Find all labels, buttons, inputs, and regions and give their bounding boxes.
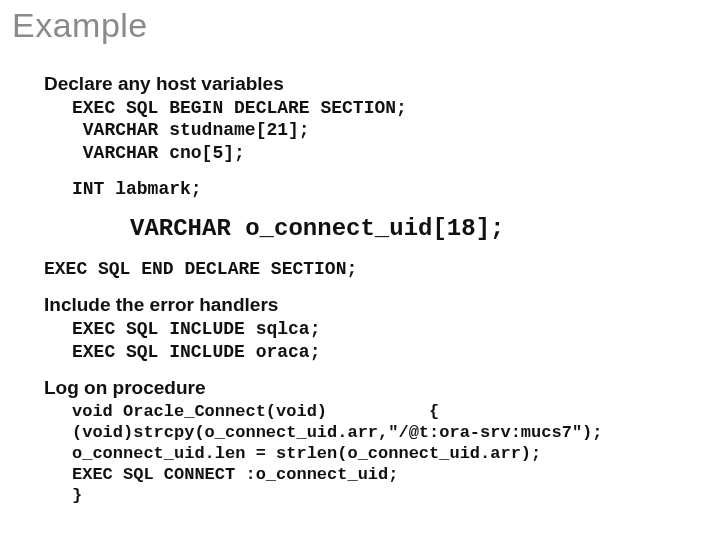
slide-body: Declare any host variables EXEC SQL BEGI… [12,73,708,506]
code-end-declare: EXEC SQL END DECLARE SECTION; [44,258,688,280]
code-logon: void Oracle_Connect(void) { (void)strcpy… [72,401,688,506]
slide: Example Declare any host variables EXEC … [0,0,720,540]
section-heading-logon: Log on procedure [44,377,688,399]
code-begin-declare: EXEC SQL BEGIN DECLARE SECTION; VARCHAR … [72,97,688,164]
code-include: EXEC SQL INCLUDE sqlca; EXEC SQL INCLUDE… [72,318,688,363]
code-int-labmark: INT labmark; [72,178,688,200]
section-heading-declare: Declare any host variables [44,73,688,95]
code-varchar-connect-uid: VARCHAR o_connect_uid[18]; [130,214,688,244]
page-title: Example [12,6,708,45]
section-heading-include: Include the error handlers [44,294,688,316]
